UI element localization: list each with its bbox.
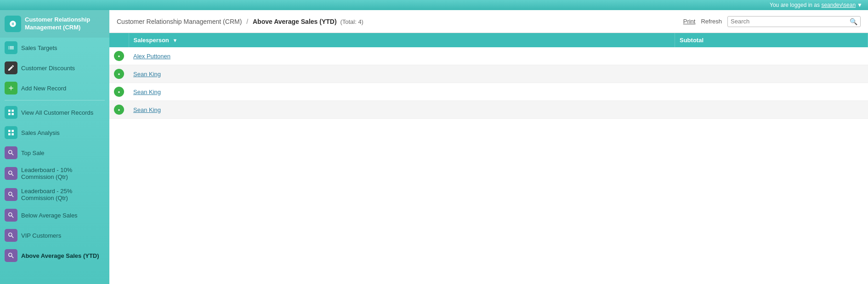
- sales-analysis-icon: [5, 126, 17, 139]
- salesperson-link[interactable]: Alex Puttonen: [133, 53, 170, 60]
- add-new-record-icon: [5, 82, 17, 95]
- leaderboard-25-icon: [5, 188, 17, 201]
- sidebar-item-label: Leaderboard - 10% Commission (Qtr): [21, 167, 105, 180]
- salesperson-link[interactable]: Sean King: [133, 89, 161, 95]
- row-icon-cell: ●: [109, 47, 129, 65]
- sidebar-item-above-average-sales-ytd[interactable]: Above Average Sales (YTD): [0, 245, 109, 266]
- sidebar-divider: [5, 100, 105, 100]
- login-text: You are logged in as: [770, 2, 820, 8]
- refresh-button[interactable]: Refresh: [701, 18, 722, 25]
- search-box: 🔍: [727, 16, 861, 27]
- row-circle-icon: ●: [114, 105, 124, 115]
- username-link[interactable]: seandev\sean: [821, 2, 856, 8]
- col-salesperson[interactable]: Salesperson ▼: [129, 33, 675, 47]
- breadcrumb-separator: /: [246, 18, 248, 25]
- sales-targets-icon: [5, 41, 17, 54]
- sidebar-item-label: Below Average Sales: [21, 212, 78, 219]
- col-subtotal[interactable]: Subtotal: [675, 33, 868, 47]
- top-sale-icon: [5, 146, 17, 159]
- sidebar-item-label: VIP Customers: [21, 232, 61, 239]
- sidebar-item-label: Sales Analysis: [21, 129, 60, 136]
- table-row: ●Sean King: [109, 101, 868, 119]
- table-header-row: Salesperson ▼ Subtotal: [109, 33, 868, 47]
- breadcrumb: Customer Relationship Management (CRM) /…: [117, 18, 363, 25]
- table-body: ●Alex Puttonen●Sean King●Sean King●Sean …: [109, 47, 868, 119]
- view-all-icon: [5, 106, 17, 119]
- breadcrumb-root[interactable]: Customer Relationship Management (CRM): [117, 18, 242, 25]
- sidebar-item-view-all-customer-records[interactable]: View All Customer Records: [0, 102, 109, 123]
- subtotal-cell: [675, 101, 868, 119]
- row-icon-cell: ●: [109, 101, 129, 119]
- table-row: ●Alex Puttonen: [109, 47, 868, 65]
- salesperson-link[interactable]: Sean King: [133, 71, 161, 78]
- subtotal-cell: [675, 83, 868, 101]
- breadcrumb-current: Above Average Sales (YTD): [253, 18, 337, 25]
- col-select: [109, 33, 129, 47]
- salesperson-cell: Sean King: [129, 83, 675, 101]
- row-icon-cell: ●: [109, 65, 129, 83]
- leaderboard-10-icon: [5, 167, 17, 180]
- sidebar-item-sales-analysis[interactable]: Sales Analysis: [0, 123, 109, 143]
- sidebar-brand-text: Customer Relationship Management (CRM): [25, 16, 105, 32]
- subtotal-cell: [675, 47, 868, 65]
- salesperson-cell: Sean King: [129, 101, 675, 119]
- sidebar-item-top-sale[interactable]: Top Sale: [0, 143, 109, 163]
- sidebar-item-customer-discounts[interactable]: Customer Discounts: [0, 58, 109, 78]
- main-content: Customer Relationship Management (CRM) /…: [109, 10, 868, 284]
- sidebar-item-label: Customer Discounts: [21, 65, 75, 72]
- sidebar: Customer Relationship Management (CRM) S…: [0, 10, 109, 284]
- sidebar-item-leaderboard-10[interactable]: Leaderboard - 10% Commission (Qtr): [0, 163, 109, 184]
- salesperson-link[interactable]: Sean King: [133, 106, 161, 113]
- records-table: Salesperson ▼ Subtotal ●Alex Puttonen●Se…: [109, 33, 868, 119]
- print-button[interactable]: Print: [683, 18, 696, 25]
- col-salesperson-label: Salesperson: [134, 37, 169, 44]
- customer-discounts-icon: [5, 61, 17, 74]
- above-average-sales-ytd-icon: [5, 249, 17, 262]
- salesperson-cell: Sean King: [129, 65, 675, 83]
- row-circle-icon: ●: [114, 87, 124, 97]
- search-icon: 🔍: [850, 18, 857, 25]
- table-row: ●Sean King: [109, 65, 868, 83]
- below-average-sales-icon: [5, 209, 17, 222]
- breadcrumb-total: (Total: 4): [340, 18, 363, 25]
- header-actions: Print Refresh 🔍: [683, 16, 861, 27]
- search-input[interactable]: [731, 18, 850, 25]
- col-subtotal-label: Subtotal: [680, 37, 703, 44]
- sidebar-item-below-average-sales[interactable]: Below Average Sales: [0, 205, 109, 225]
- subtotal-cell: [675, 65, 868, 83]
- row-circle-icon: ●: [114, 69, 124, 79]
- sidebar-item-leaderboard-25[interactable]: Leaderboard - 25% Commission (Qtr): [0, 184, 109, 205]
- sidebar-item-label: Add New Record: [21, 85, 66, 92]
- sidebar-item-label: Sales Targets: [21, 45, 57, 51]
- sidebar-item-vip-customers[interactable]: VIP Customers: [0, 225, 109, 245]
- page-header: Customer Relationship Management (CRM) /…: [109, 10, 868, 33]
- vip-customers-icon: [5, 229, 17, 242]
- top-bar: You are logged in as seandev\sean ▼: [0, 0, 868, 10]
- salesperson-cell: Alex Puttonen: [129, 47, 675, 65]
- sidebar-item-sales-targets[interactable]: Sales Targets: [0, 38, 109, 58]
- sidebar-item-add-new-record[interactable]: Add New Record: [0, 78, 109, 98]
- sidebar-item-label: Above Average Sales (YTD): [21, 252, 99, 259]
- row-circle-icon: ●: [114, 51, 124, 61]
- sidebar-item-label: View All Customer Records: [21, 109, 93, 116]
- table-area: Salesperson ▼ Subtotal ●Alex Puttonen●Se…: [109, 33, 868, 284]
- sidebar-item-label: Top Sale: [21, 150, 45, 156]
- sidebar-brand: Customer Relationship Management (CRM): [0, 10, 109, 38]
- user-arrow[interactable]: ▼: [857, 2, 862, 8]
- sort-arrow-icon: ▼: [172, 38, 177, 43]
- crm-brand-icon: [5, 16, 21, 32]
- sidebar-item-label: Leaderboard - 25% Commission (Qtr): [21, 188, 105, 201]
- row-icon-cell: ●: [109, 83, 129, 101]
- table-row: ●Sean King: [109, 83, 868, 101]
